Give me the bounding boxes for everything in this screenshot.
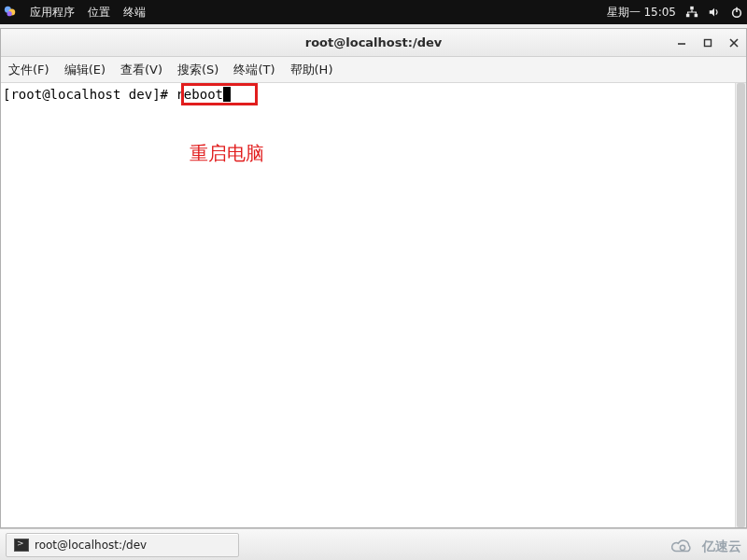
maximize-button[interactable] bbox=[701, 36, 714, 49]
power-icon[interactable] bbox=[730, 6, 743, 19]
top-panel-right: 星期一 15:05 bbox=[607, 5, 743, 21]
command-highlight-box bbox=[181, 83, 258, 105]
menu-view[interactable]: 查看(V) bbox=[113, 57, 170, 82]
menu-search[interactable]: 搜索(S) bbox=[170, 57, 226, 82]
places-menu[interactable]: 位置 bbox=[88, 5, 110, 21]
cloud-icon bbox=[669, 538, 697, 556]
terminal-body[interactable]: [root@localhost dev]# reboot 重启电脑 bbox=[1, 83, 746, 527]
close-button[interactable] bbox=[727, 36, 740, 49]
terminal-scrollbar[interactable] bbox=[735, 83, 746, 527]
menu-terminal[interactable]: 终端(T) bbox=[226, 57, 282, 82]
taskbar-entry-terminal[interactable]: root@localhost:/dev bbox=[6, 533, 239, 557]
applications-menu[interactable]: 应用程序 bbox=[30, 5, 75, 21]
watermark: 亿速云 bbox=[669, 538, 741, 556]
scrollbar-thumb[interactable] bbox=[737, 83, 745, 527]
taskbar-entry-label: root@localhost:/dev bbox=[35, 539, 147, 552]
top-panel-left: 应用程序 位置 终端 bbox=[4, 5, 146, 21]
watermark-text: 亿速云 bbox=[702, 539, 741, 555]
shell-prompt: [root@localhost dev]# bbox=[3, 87, 176, 102]
window-titlebar[interactable]: root@localhost:/dev bbox=[1, 29, 746, 57]
terminal-window: root@localhost:/dev 文件(F) 编辑(E) 查看(V) 搜索… bbox=[0, 28, 747, 528]
terminal-menubar: 文件(F) 编辑(E) 查看(V) 搜索(S) 终端(T) 帮助(H) bbox=[1, 57, 746, 83]
svg-rect-3 bbox=[690, 7, 694, 10]
svg-rect-4 bbox=[686, 14, 690, 18]
menu-edit[interactable]: 编辑(E) bbox=[57, 57, 113, 82]
volume-icon[interactable] bbox=[708, 6, 721, 19]
desktop: root@localhost:/dev 文件(F) 编辑(E) 查看(V) 搜索… bbox=[0, 24, 747, 528]
svg-point-2 bbox=[7, 11, 12, 16]
window-controls bbox=[675, 29, 740, 56]
menu-file[interactable]: 文件(F) bbox=[1, 57, 57, 82]
svg-point-12 bbox=[680, 545, 684, 550]
annotation-label: 重启电脑 bbox=[190, 141, 264, 166]
minimize-button[interactable] bbox=[675, 36, 688, 49]
menu-help[interactable]: 帮助(H) bbox=[283, 57, 341, 82]
bottom-taskbar: root@localhost:/dev 亿速云 bbox=[0, 528, 747, 560]
terminal-menu[interactable]: 终端 bbox=[123, 5, 146, 21]
svg-rect-9 bbox=[705, 39, 712, 46]
app-logo-icon bbox=[4, 5, 17, 21]
window-title: root@localhost:/dev bbox=[305, 35, 443, 49]
clock[interactable]: 星期一 15:05 bbox=[607, 5, 676, 21]
terminal-icon bbox=[14, 539, 29, 552]
svg-rect-5 bbox=[695, 14, 698, 18]
gnome-top-panel: 应用程序 位置 终端 星期一 15:05 bbox=[0, 0, 747, 24]
network-icon[interactable] bbox=[685, 6, 698, 19]
